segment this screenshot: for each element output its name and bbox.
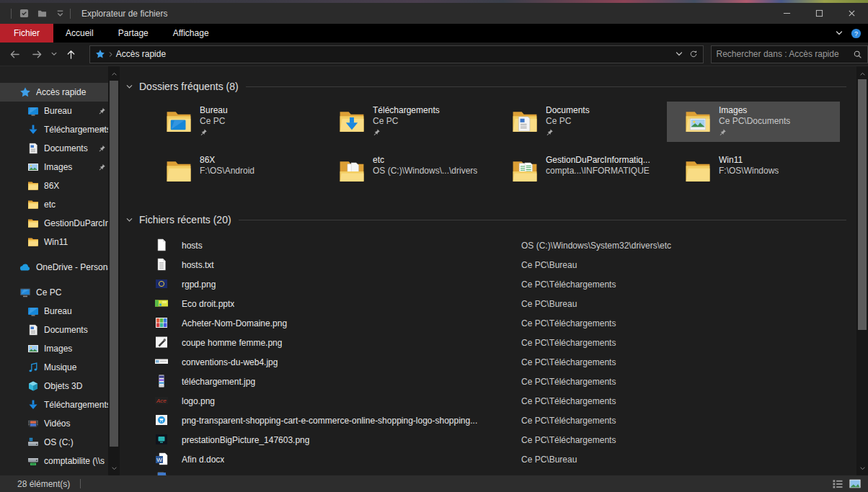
- scroll-down-icon[interactable]: [108, 463, 120, 473]
- sidebar-item-musique[interactable]: Musique: [0, 358, 108, 377]
- sidebar-item-bureau[interactable]: Bureau: [0, 102, 108, 120]
- breadcrumb-item[interactable]: Accès rapide: [116, 49, 166, 59]
- file-row-t-l-chargement-jpg[interactable]: téléchargement.jpgCe PC\Téléchargements: [120, 372, 856, 391]
- scroll-up-icon[interactable]: [856, 68, 868, 79]
- folder-tile-etc[interactable]: etcOS (C:)\Windows\...\drivers: [321, 151, 494, 192]
- sidebar-item-comptabilite-s[interactable]: comptabilite (\\s: [0, 452, 108, 470]
- titlebar[interactable]: Explorateur de fichiers: [0, 3, 868, 24]
- group-collapse-chevron-icon[interactable]: [125, 83, 133, 91]
- file-row-png-transparent-shopping-cart-e-commerce-online-shopping-logo-shopping[interactable]: png-transparent-shopping-cart-e-commerce…: [120, 411, 856, 430]
- qat-new-folder-icon[interactable]: [37, 9, 47, 18]
- folder-tile-bureau[interactable]: BureauCe PC: [148, 102, 321, 142]
- file-path: Ce PC\Téléchargements: [521, 416, 616, 426]
- back-button[interactable]: [3, 49, 27, 60]
- close-button[interactable]: [836, 3, 868, 24]
- tab-accueil[interactable]: Accueil: [53, 24, 106, 43]
- minimize-button[interactable]: [771, 3, 803, 24]
- content-pane: Dossiers fréquents (8) BureauCe PCTéléch…: [120, 66, 856, 475]
- view-thumbnails-button[interactable]: [849, 479, 861, 488]
- file-row-coupe-homme-femme-png[interactable]: coupe homme femme.pngCe PC\Téléchargemen…: [120, 333, 856, 352]
- folder-tile-86x[interactable]: 86XF:\OS\Android: [148, 151, 321, 192]
- help-icon[interactable]: ?: [851, 28, 862, 39]
- sidebar-item-documents[interactable]: Documents: [0, 321, 108, 339]
- file-row-prestationbigpicture-147603-png[interactable]: prestationBigPicture_147603.pngCe PC\Tél…: [120, 430, 856, 449]
- file-partial-icon: [155, 472, 168, 475]
- sidebar-item-label: Bureau: [44, 306, 108, 316]
- view-details-button[interactable]: [832, 479, 843, 488]
- sidebar-item-ce-pc[interactable]: Ce PC: [0, 283, 108, 302]
- thumb-scissors-icon: [155, 336, 168, 349]
- group-header-frequent-folders[interactable]: Dossiers fréquents (8): [125, 79, 846, 94]
- sidebar-item-86x[interactable]: 86X: [0, 176, 108, 195]
- group-header-recent-files[interactable]: Fichiers récents (20): [125, 213, 846, 227]
- up-button[interactable]: [61, 49, 82, 60]
- file-row-hosts[interactable]: hostsOS (C:)\Windows\System32\drivers\et…: [120, 236, 856, 255]
- sidebar-item-vid-os[interactable]: Vidéos: [0, 414, 108, 433]
- sidebar-item-t-l-chargements[interactable]: Téléchargements: [0, 120, 108, 139]
- qat-customize-chevron-icon[interactable]: [56, 9, 65, 18]
- file-path: Ce PC\Bureau: [521, 260, 577, 270]
- address-bar[interactable]: Accès rapide: [89, 45, 704, 63]
- address-dropdown-chevron-icon[interactable]: [675, 50, 683, 58]
- scroll-up-icon[interactable]: [108, 68, 120, 79]
- tab-affichage[interactable]: Affichage: [161, 24, 221, 43]
- forward-button[interactable]: [27, 49, 48, 60]
- file-path: Ce PC\Téléchargements: [521, 279, 616, 290]
- sidebar-item-images[interactable]: Images: [0, 339, 108, 358]
- folder-download-icon: [338, 107, 366, 136]
- file-row-hosts-txt[interactable]: hosts.txtCe PC\Bureau: [120, 255, 856, 274]
- file-name: png-transparent-shopping-cart-e-commerce…: [182, 416, 477, 426]
- sidebar-item-images[interactable]: Images: [0, 158, 108, 176]
- search-input[interactable]: [717, 49, 853, 59]
- sidebar-item-label: OS (C:): [44, 437, 108, 447]
- sidebar-scrollbar[interactable]: [108, 66, 120, 475]
- file-row-afin-d-docx[interactable]: WAfin d.docxCe PC\Bureau: [120, 449, 856, 469]
- folder-tile-images[interactable]: ImagesCe PC\Documents: [667, 102, 840, 142]
- content-scrollbar[interactable]: [856, 66, 868, 475]
- refresh-icon[interactable]: [689, 50, 698, 58]
- tile-path: Ce PC: [373, 116, 440, 127]
- ribbon-collapse-chevron-icon[interactable]: [835, 29, 843, 37]
- tab-fichier[interactable]: Fichier: [0, 24, 53, 43]
- sidebar-item-bureau[interactable]: Bureau: [0, 302, 108, 321]
- search-icon[interactable]: [853, 50, 862, 59]
- sidebar-item-onedrive-personal[interactable]: OneDrive - Personal: [0, 258, 108, 277]
- music-icon: [27, 362, 39, 373]
- scroll-thumb[interactable]: [110, 81, 118, 447]
- sidebar-item-etc[interactable]: etc: [0, 195, 108, 214]
- tile-path: OS (C:)\Windows\...\drivers: [373, 166, 477, 176]
- sidebar-item-gestionduparcinformatique[interactable]: GestionDuParcInformatique: [0, 214, 108, 233]
- scroll-down-icon[interactable]: [856, 463, 868, 473]
- sidebar-item-os-c[interactable]: OS (C:): [0, 433, 108, 452]
- folder-tile-documents[interactable]: DocumentsCe PC: [494, 102, 667, 142]
- sidebar-item-t-l-chargements[interactable]: Téléchargements: [0, 395, 108, 414]
- folder-tile-t-l-chargements[interactable]: TéléchargementsCe PC: [321, 102, 494, 142]
- file-row-rgpd-png[interactable]: rgpd.pngCe PC\Téléchargements: [120, 274, 856, 294]
- maximize-button[interactable]: [803, 3, 836, 24]
- desktop-icon: [27, 305, 39, 317]
- scroll-thumb[interactable]: [858, 79, 867, 330]
- sidebar-item-win11[interactable]: Win11: [0, 233, 108, 251]
- file-name: rgpd.png: [182, 279, 216, 290]
- file-row-partial[interactable]: [120, 469, 856, 475]
- sidebar-item-label: Documents: [44, 325, 108, 335]
- recent-locations-chevron-icon[interactable]: [48, 50, 61, 58]
- thumb-rgpd-icon: [155, 277, 168, 290]
- file-row-conventions-du-web4-jpg[interactable]: conventions-du-web4.jpgCe PC\Téléchargem…: [120, 352, 856, 372]
- folder-tile-gestionduparcinformatiq[interactable]: GestionDuParcInformatiq...compta...\INFO…: [494, 151, 667, 192]
- breadcrumb-chevron-icon[interactable]: [107, 51, 114, 58]
- group-collapse-chevron-icon[interactable]: [125, 216, 133, 224]
- sidebar-item-documents[interactable]: Documents: [0, 139, 108, 158]
- sidebar-item-objets-3d[interactable]: Objets 3D: [0, 377, 108, 395]
- file-row-acheter-nom-domaine-png[interactable]: Acheter-Nom-Domaine.pngCe PC\Téléchargem…: [120, 313, 856, 333]
- qat-properties-icon[interactable]: [19, 9, 29, 18]
- search-box[interactable]: [711, 45, 868, 63]
- file-row-eco-droit-pptx[interactable]: Eco droit.pptxCe PC\Bureau: [120, 294, 856, 313]
- folder-pic-icon: [684, 107, 712, 136]
- tile-path: Ce PC: [200, 116, 228, 127]
- folder-tile-win11[interactable]: Win11F:\OS\Windows: [667, 151, 840, 192]
- file-row-logo-png[interactable]: Acelogo.pngCe PC\Téléchargements: [120, 391, 856, 411]
- tab-partage[interactable]: Partage: [106, 24, 161, 43]
- sidebar-item-acc-s-rapide[interactable]: Accès rapide: [0, 83, 108, 102]
- cloud-icon: [19, 261, 31, 273]
